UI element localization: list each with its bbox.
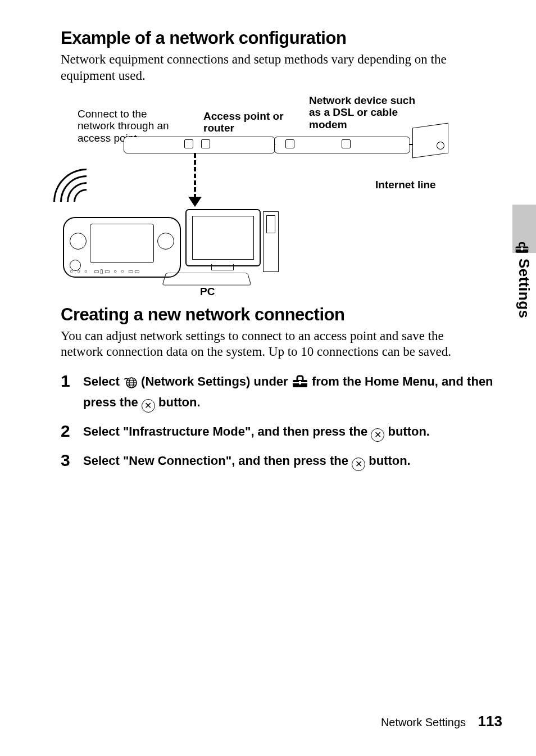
side-section-label: Settings (515, 259, 533, 319)
dashed-connection-icon (194, 153, 196, 198)
step1-mid: (Network Settings) under (141, 374, 292, 388)
page-number: 113 (478, 713, 502, 730)
step3-tail: button. (369, 454, 411, 468)
network-diagram: Connect to the network through an access… (66, 94, 482, 297)
svg-rect-7 (299, 381, 301, 384)
footer-title: Network Settings (381, 716, 466, 728)
step-text: Select "Infrastructure Mode", and then p… (83, 423, 430, 442)
modem-port-icon (342, 139, 351, 148)
diagram-internet-label: Internet line (375, 179, 436, 191)
svg-rect-10 (521, 247, 523, 250)
step-1: 1 Select (Network Settings) under (61, 373, 493, 413)
toolbox-icon (292, 375, 308, 393)
step2-pre: Select "Infrastructure Mode", and then p… (83, 424, 371, 438)
step1-tail: button. (158, 395, 201, 409)
steps-list: 1 Select (Network Settings) under (61, 373, 493, 471)
page-footer: Network Settings 113 (381, 713, 502, 730)
arrow-down-icon (188, 197, 202, 207)
step2-tail: button. (388, 424, 430, 438)
section1-body: Network equipment connections and setup … (61, 52, 476, 84)
router-port-icon (201, 139, 210, 148)
step3-pre: Select "New Connection", and then press … (83, 454, 352, 468)
globe-icon (123, 375, 138, 393)
section1-heading: Example of a network configuration (61, 28, 502, 48)
step1-pre: Select (83, 374, 123, 388)
wall-jack-icon (412, 123, 448, 158)
step-3: 3 Select "New Connection", and then pres… (61, 452, 493, 471)
monitor-icon (185, 209, 261, 266)
section2-heading: Creating a new network connection (61, 305, 502, 325)
x-button-icon: ✕ (352, 458, 365, 471)
modem-port-icon (285, 139, 294, 148)
step-number: 3 (61, 452, 73, 469)
router-port-icon (184, 139, 193, 148)
step-text: Select (Network Settings) under (83, 373, 493, 413)
section2-body: You can adjust network settings to conne… (61, 328, 476, 361)
router-icon (124, 137, 275, 153)
step-number: 1 (61, 373, 73, 390)
step-number: 2 (61, 423, 73, 440)
keyboard-icon (162, 273, 252, 285)
pc-tower-icon (263, 211, 279, 272)
step-text: Select "New Connection", and then press … (83, 452, 411, 471)
x-button-icon: ✕ (371, 428, 384, 442)
x-button-icon: ✕ (142, 399, 155, 413)
diagram-pc-label: PC (200, 286, 215, 298)
diagram-modem-label: Network device such as a DSL or cable mo… (309, 94, 421, 132)
psp-device-icon: ○ ○ ○ ▭▯▭ ○ ○ ▭▭ (63, 217, 181, 278)
manual-page: Example of a network configuration Netwo… (0, 0, 536, 756)
step-2: 2 Select "Infrastructure Mode", and then… (61, 423, 493, 442)
monitor-stand-icon (211, 264, 234, 270)
toolbox-icon (515, 242, 529, 256)
diagram-accesspoint-label: Access point or router (203, 110, 288, 135)
